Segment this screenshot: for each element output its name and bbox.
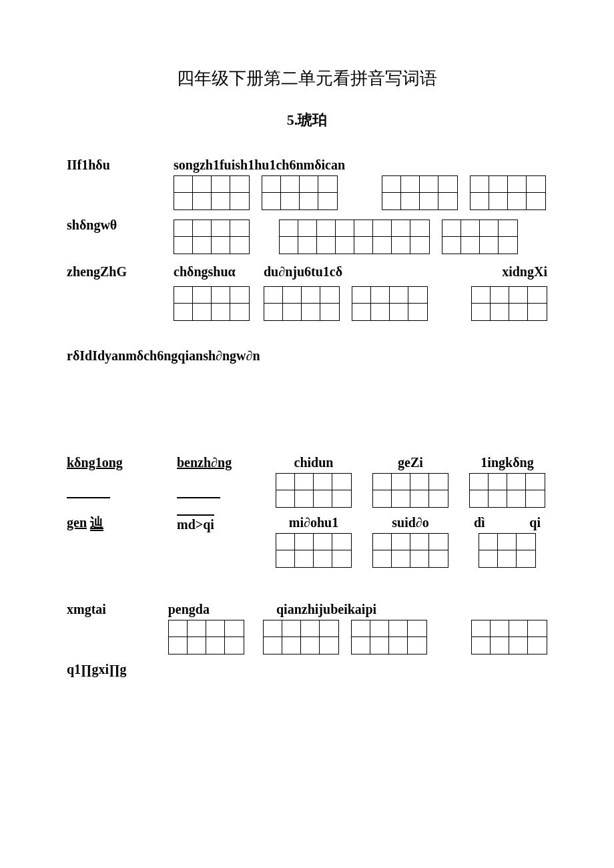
label-r7-c3: qianzhijubeikaipi [263, 601, 376, 617]
label-r1-left: IIf1hδu [67, 157, 110, 173]
answer-grid[interactable] [352, 286, 428, 321]
label-r3-left: zhengZhG [67, 264, 127, 280]
answer-grid[interactable] [276, 473, 352, 508]
label-r5-c5: 1ingkδng [481, 454, 533, 470]
label-r3-mid2: du∂nju6tu1cδ [264, 264, 342, 280]
answer-grid[interactable] [372, 533, 448, 568]
answer-grid[interactable] [442, 220, 518, 254]
label-r4: rδIdIdyanmδch6ngqiansh∂ngw∂n [67, 348, 260, 364]
label-r5-c2: benzh∂ng [177, 454, 232, 470]
row-8: q1∏gxi∏g [67, 661, 547, 701]
label-r5-c4: geZi [398, 454, 423, 470]
label-r5-c1: kδng1ong [67, 454, 123, 470]
label-r6-c3: mi∂ohu1 [289, 514, 338, 530]
row-1: IIf1hδu songzh1fuish1hu1ch6nmδican [67, 157, 547, 210]
answer-grid[interactable] [264, 286, 340, 321]
answer-grid[interactable] [479, 533, 536, 568]
label-r6-c1: gen 辿 [67, 514, 103, 530]
label-r5-c3: chidun [294, 454, 334, 470]
label-r7-c2: pengda [168, 601, 210, 617]
label-r3-mid1: chδngshuα [174, 264, 236, 280]
answer-grid[interactable] [351, 620, 427, 655]
label-r3-right: xidngXi [502, 264, 547, 280]
label-r8: q1∏gxi∏g [67, 661, 127, 677]
answer-grid[interactable] [471, 286, 547, 321]
answer-grid[interactable] [174, 286, 250, 321]
label-r6-c2: md>qi [177, 514, 214, 532]
rule-icon [177, 497, 220, 498]
row-3: zhengZhG chδngshuα du∂nju6tu1cδ xidngXi [67, 264, 547, 321]
label-r6-c5a: dì [474, 514, 485, 530]
row-7: xmgtai pengda qianzhijubeikaipi [67, 601, 547, 655]
answer-grid[interactable] [276, 533, 352, 568]
answer-grid[interactable] [382, 175, 458, 210]
answer-grid[interactable] [470, 175, 546, 210]
label-r6-c4: suid∂o [392, 514, 428, 530]
answer-grid[interactable] [372, 473, 448, 508]
row-2: shδngwθ [67, 217, 547, 257]
page-title: 四年级下册第二单元看拼音写词语 [67, 67, 547, 90]
rule-icon [67, 497, 110, 498]
answer-grid[interactable] [262, 175, 338, 210]
answer-grid[interactable] [279, 220, 430, 254]
row-6: gen 辿 md>qi mi∂ohu1 suid∂o dì qi [67, 514, 547, 568]
row-5: kδng1ong benzh∂ng chidun geZi 1ingkδng [67, 454, 547, 508]
answer-grid[interactable] [168, 620, 244, 655]
answer-grid[interactable] [471, 620, 547, 655]
answer-grid[interactable] [469, 473, 545, 508]
label-r1-right: songzh1fuish1hu1ch6nmδican [174, 157, 345, 173]
label-r2-left: shδngwθ [67, 217, 117, 233]
answer-grid[interactable] [174, 175, 250, 210]
answer-grid[interactable] [263, 620, 339, 655]
row-4: rδIdIdyanmδch6ngqiansh∂ngw∂n [67, 348, 547, 388]
label-r6-c5b: qi [529, 514, 541, 530]
page-subtitle: 5.琥珀 [67, 110, 547, 130]
label-r7-c1: xmgtai [67, 601, 106, 617]
answer-grid[interactable] [174, 220, 250, 254]
